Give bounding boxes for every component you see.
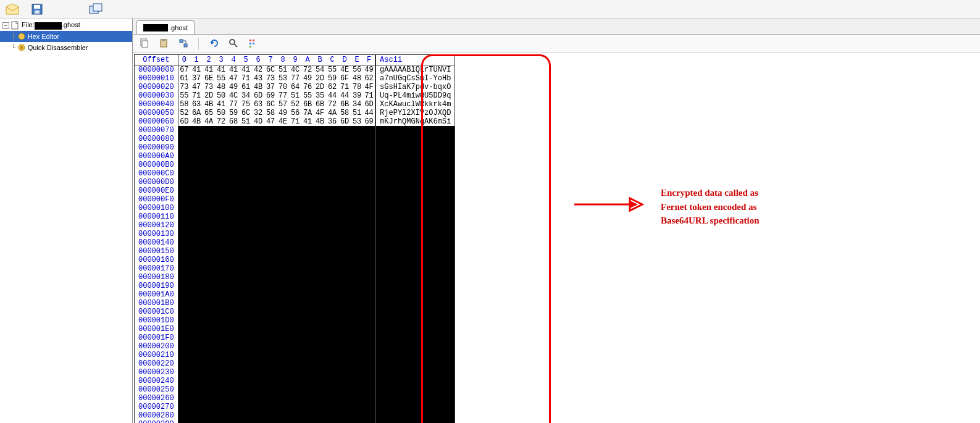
svg-rect-20 — [253, 40, 254, 41]
tree-item-label: Quick Disassembler — [28, 44, 88, 51]
file-icon — [10, 20, 20, 30]
editor-pane: .ghost Offset0123456789ABCDEFAscii000000… — [133, 19, 980, 423]
tab-suffix: .ghost — [169, 24, 188, 31]
main-area: − File:.ghost ├ Hex Editor └ Quick Disas… — [0, 19, 980, 423]
app-top-toolbar — [0, 0, 980, 19]
tree-connector: ├ — [11, 33, 15, 41]
svg-rect-15 — [184, 44, 187, 47]
collapse-icon[interactable]: − — [2, 22, 9, 29]
svg-rect-5 — [93, 4, 102, 11]
find-icon[interactable] — [228, 38, 238, 49]
tree-item-label: Hex Editor — [28, 33, 59, 40]
copy-icon[interactable] — [139, 38, 149, 49]
hex-icon — [17, 31, 27, 41]
svg-marker-0 — [6, 4, 19, 14]
hex-table[interactable]: Offset0123456789ABCDEFAscii0000000067414… — [134, 54, 455, 423]
tree-root[interactable]: − File:.ghost — [0, 20, 132, 31]
arrow-icon — [571, 192, 645, 217]
hex-view: Offset0123456789ABCDEFAscii0000000067414… — [133, 53, 980, 423]
svg-rect-13 — [162, 39, 165, 41]
svg-rect-6 — [12, 22, 18, 29]
redo-icon[interactable] — [209, 38, 219, 49]
envelope-icon[interactable] — [5, 2, 20, 17]
save-icon[interactable] — [30, 2, 44, 17]
tab-file[interactable]: .ghost — [136, 20, 195, 34]
svg-rect-11 — [142, 41, 148, 48]
svg-marker-16 — [211, 41, 214, 44]
svg-marker-25 — [630, 198, 642, 211]
svg-rect-22 — [253, 43, 254, 44]
svg-rect-23 — [249, 46, 251, 48]
svg-marker-26 — [630, 201, 638, 208]
options-icon[interactable] — [248, 38, 258, 49]
tree-root-label: File:.ghost — [22, 21, 80, 29]
svg-point-7 — [19, 33, 25, 40]
tree-connector: └ — [11, 44, 15, 52]
svg-rect-19 — [249, 40, 251, 41]
tree-item-disassembler[interactable]: └ Quick Disassembler — [0, 42, 132, 53]
tab-bar: .ghost — [133, 19, 980, 35]
separator — [198, 38, 199, 50]
svg-rect-9 — [20, 46, 23, 49]
hex-toolbar — [133, 35, 980, 53]
windows-icon[interactable] — [89, 2, 104, 17]
svg-rect-14 — [180, 40, 183, 43]
annotation-text: Encrypted data called as Fernet token en… — [661, 186, 760, 228]
svg-rect-21 — [249, 43, 251, 44]
redacted-filename — [143, 24, 168, 31]
disasm-icon — [17, 43, 27, 52]
swap-icon[interactable] — [178, 38, 188, 49]
svg-point-17 — [230, 40, 235, 44]
svg-line-18 — [234, 44, 237, 47]
paste-icon[interactable] — [159, 38, 169, 49]
tree-item-hex-editor[interactable]: ├ Hex Editor — [0, 31, 132, 42]
svg-rect-2 — [34, 5, 40, 9]
file-tree: − File:.ghost ├ Hex Editor └ Quick Disas… — [0, 19, 132, 54]
tree-pane: − File:.ghost ├ Hex Editor └ Quick Disas… — [0, 19, 133, 423]
svg-rect-3 — [35, 10, 40, 14]
